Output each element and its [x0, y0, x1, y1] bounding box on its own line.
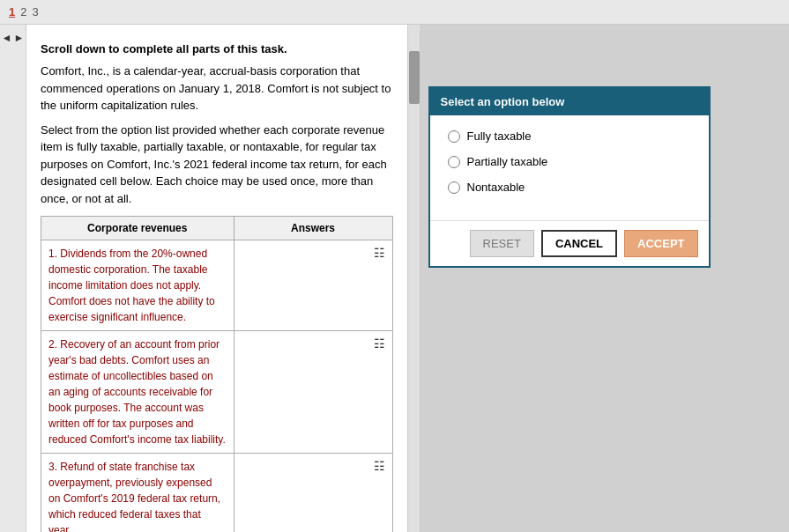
- radio-label-opt3[interactable]: Nontaxable: [467, 181, 525, 194]
- radio-option-opt3[interactable]: Nontaxable: [448, 181, 691, 194]
- modal-box: Select an option below Fully taxablePart…: [428, 86, 711, 268]
- modal-body: Fully taxablePartially taxableNontaxable: [430, 115, 709, 220]
- radio-input-opt2[interactable]: [448, 156, 460, 168]
- answer-cell[interactable]: ☷: [234, 454, 392, 533]
- grid-icon[interactable]: ☷: [374, 336, 385, 351]
- page-3[interactable]: 3: [32, 5, 38, 18]
- cancel-button[interactable]: CANCEL: [541, 230, 617, 257]
- revenue-table: Corporate revenues Answers 1. Dividends …: [41, 216, 393, 532]
- scrollbar[interactable]: [407, 25, 420, 532]
- left-nav: ◄ ►: [0, 25, 26, 532]
- col-header-answers: Answers: [234, 217, 392, 240]
- modal-header: Select an option below: [430, 88, 709, 115]
- table-row: 2. Recovery of an account from prior yea…: [41, 331, 234, 454]
- grid-icon[interactable]: ☷: [374, 459, 385, 473]
- radio-label-opt2[interactable]: Partially taxable: [467, 155, 548, 168]
- nav-right-arrow[interactable]: ►: [14, 32, 25, 44]
- paragraph2: Select from the option list provided whe…: [41, 122, 393, 208]
- radio-option-opt2[interactable]: Partially taxable: [448, 155, 691, 168]
- reset-button[interactable]: RESET: [470, 230, 534, 257]
- right-panel: Select an option below Fully taxablePart…: [420, 25, 790, 532]
- table-row: 1. Dividends from the 20%-owned domestic…: [41, 240, 234, 331]
- nav-left-arrow[interactable]: ◄: [2, 32, 12, 44]
- task-instruction: Scroll down to complete all parts of thi…: [41, 42, 393, 55]
- answer-cell[interactable]: ☷: [234, 331, 392, 454]
- document-panel: Scroll down to complete all parts of thi…: [26, 25, 407, 532]
- radio-option-opt1[interactable]: Fully taxable: [448, 129, 691, 143]
- radio-input-opt3[interactable]: [448, 181, 460, 194]
- page-1[interactable]: 1: [9, 5, 15, 18]
- accept-button[interactable]: ACCEPT: [624, 230, 697, 257]
- paragraph1: Comfort, Inc., is a calendar-year, accru…: [41, 63, 393, 115]
- top-bar: 1 2 3: [0, 0, 789, 25]
- table-row: 3. Refund of state franchise tax overpay…: [41, 454, 234, 533]
- scrollbar-thumb[interactable]: [409, 51, 420, 104]
- grid-icon[interactable]: ☷: [374, 246, 385, 260]
- page-2[interactable]: 2: [20, 5, 26, 18]
- answer-cell[interactable]: ☷: [234, 240, 392, 331]
- modal-footer: RESET CANCEL ACCEPT: [430, 220, 709, 266]
- radio-input-opt1[interactable]: [448, 130, 460, 143]
- col-header-revenues: Corporate revenues: [41, 217, 234, 240]
- radio-label-opt1[interactable]: Fully taxable: [467, 129, 532, 143]
